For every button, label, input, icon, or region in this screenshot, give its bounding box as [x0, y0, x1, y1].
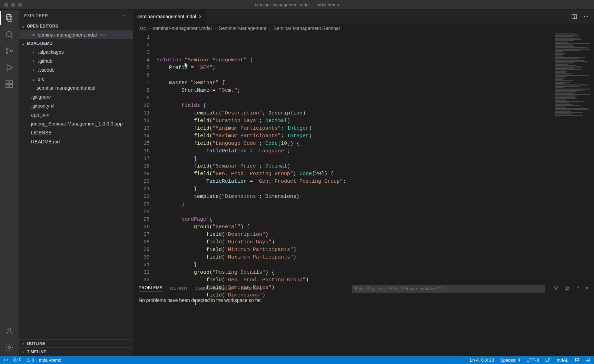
code-line[interactable]	[157, 94, 553, 102]
tree-item-label: .gitpod.yml	[31, 103, 55, 109]
status-encoding[interactable]: UTF-8	[526, 357, 539, 363]
code-line[interactable]: }	[157, 155, 553, 163]
code-line[interactable]: group("General") {	[157, 223, 553, 231]
folder-item[interactable]: ›.alpackages	[19, 48, 133, 57]
code-line[interactable]: }	[157, 185, 553, 193]
code-line[interactable]: field("Maximum Participants")	[157, 254, 553, 261]
file-item[interactable]: app.json	[19, 110, 133, 119]
code-line[interactable]: template("Description"; Description)	[157, 110, 553, 117]
folder-item[interactable]: ›.github	[19, 57, 133, 65]
code-line[interactable]: TableRelation = "Language";	[157, 148, 553, 155]
titlebar: seminar-management.mdal — mdal-demo	[0, 0, 594, 10]
source-control-icon[interactable]	[4, 46, 14, 56]
code-line[interactable]: field("Language Code"; Code[10]) {	[157, 140, 553, 148]
status-errors[interactable]: ⓧ 0	[13, 357, 21, 363]
code-line[interactable]: template("Dimensions"; Dimensions)	[157, 193, 553, 201]
extensions-icon[interactable]	[4, 79, 14, 89]
code-line[interactable]: TableRelation = "Gen. Product Posting Gr…	[157, 178, 553, 185]
code-line[interactable]: field("Gen. Prod. Posting Group")	[157, 276, 553, 284]
breadcrumb-symbol[interactable]: Seminar Management.Seminar	[274, 26, 340, 31]
code-line[interactable]: }	[157, 261, 553, 269]
code-line[interactable]: ShortName = "Sem.";	[157, 87, 553, 94]
remote-icon[interactable]	[3, 357, 8, 362]
timeline-label: TIMELINE	[27, 350, 46, 354]
code-line[interactable]	[157, 208, 553, 216]
timeline-header[interactable]: › TIMELINE	[19, 347, 133, 356]
code-line[interactable]: field("Gen. Prod. Posting Group"; Code[2…	[157, 170, 553, 178]
folder-item[interactable]: ⌄src	[19, 74, 133, 83]
code-line[interactable]: field("Duration Days")	[157, 239, 553, 246]
status-cursor-position[interactable]: Ln 4, Col 23	[470, 357, 494, 363]
svg-rect-8	[6, 81, 9, 84]
maximize-window-icon[interactable]	[18, 3, 22, 7]
breadcrumb-symbol[interactable]: Seminar Management	[219, 26, 266, 31]
status-branch[interactable]: mdal-demo	[39, 357, 61, 363]
code-line[interactable]: solution "Seminar Management" {	[157, 57, 553, 64]
tab-seminar-management[interactable]: seminar-management.mdal ×	[133, 10, 206, 23]
code-line[interactable]: field("Duration Days"; Decimal)	[157, 117, 553, 125]
breadcrumb-file[interactable]: seminar-management.mdal	[153, 26, 211, 31]
run-debug-icon[interactable]	[4, 63, 14, 72]
bell-icon[interactable]	[586, 357, 591, 362]
file-item[interactable]: LICENSE	[19, 128, 133, 137]
chevron-right-icon: ›	[149, 26, 150, 31]
file-item[interactable]: joneug_Seminar Management_1.0.0.0.app	[19, 119, 133, 128]
status-bar: ⓧ 0 ⚠ 0 mdal-demo Ln 4, Col 23 Spaces: 4…	[0, 356, 594, 364]
tree-item-label: src	[38, 76, 44, 82]
code-line[interactable]: field("Seminar Price"; Decimal)	[157, 163, 553, 170]
minimize-window-icon[interactable]	[11, 3, 15, 7]
file-item[interactable]: .gitpod.yml	[19, 101, 133, 110]
code-line[interactable]	[157, 72, 553, 79]
code-line[interactable]: fields {	[157, 102, 553, 110]
code-line[interactable]: field("Minimum Participants")	[157, 246, 553, 254]
code-line[interactable]: }	[157, 299, 553, 307]
editor-more-icon[interactable]: ⋯	[584, 14, 589, 19]
code-line[interactable]: }	[157, 201, 553, 208]
svg-point-13	[8, 346, 11, 349]
close-icon[interactable]: ×	[31, 32, 36, 38]
open-editor-item[interactable]: × seminar-management.mdal src	[19, 30, 133, 39]
breadcrumb[interactable]: src › seminar-management.mdal › Seminar …	[133, 23, 594, 33]
file-item[interactable]: seminar-management.mdal	[19, 83, 133, 92]
tree-item-label: README.md	[31, 139, 60, 144]
collapse-all-icon[interactable]	[565, 286, 570, 291]
svg-rect-9	[10, 81, 13, 84]
code-line[interactable]: field("Dimensions")	[157, 292, 553, 299]
breadcrumb-folder[interactable]: src	[139, 26, 146, 31]
search-icon[interactable]	[4, 30, 14, 39]
close-window-icon[interactable]	[4, 3, 8, 7]
chevron-right-icon: ›	[269, 26, 271, 31]
file-item[interactable]: README.md	[19, 137, 133, 146]
feedback-icon[interactable]	[575, 357, 580, 362]
code-editor[interactable]: solution "Seminar Management" { Prefix =…	[157, 33, 553, 282]
filter-icon[interactable]	[553, 286, 558, 291]
open-editors-header[interactable]: ⌄ OPEN EDITORS	[19, 22, 133, 30]
code-line[interactable]: cardPage {	[157, 216, 553, 223]
code-line[interactable]: field("Minimum Participants"; Integer)	[157, 125, 553, 132]
code-line[interactable]: field("Maximum Participants"; Integer)	[157, 132, 553, 140]
close-icon[interactable]: ×	[586, 286, 588, 291]
minimap[interactable]	[553, 33, 594, 282]
status-eol[interactable]: LF	[545, 357, 551, 363]
outline-header[interactable]: › OUTLINE	[19, 339, 133, 347]
code-line[interactable]: group("Posting Details") {	[157, 269, 553, 276]
explorer-more-icon[interactable]: ⋯	[122, 13, 127, 18]
editor-tabs: seminar-management.mdal × ⋯	[133, 10, 594, 23]
workspace-header[interactable]: ⌄ MDAL-DEMO	[19, 39, 133, 48]
status-language[interactable]: mdAL	[557, 357, 568, 363]
folder-item[interactable]: ›.vscode	[19, 65, 133, 74]
account-icon[interactable]	[4, 326, 14, 336]
close-icon[interactable]: ×	[199, 14, 201, 19]
split-editor-icon[interactable]	[571, 13, 577, 20]
code-line[interactable]: field("Description")	[157, 231, 553, 239]
code-line[interactable]: Prefix = "SEM";	[157, 64, 553, 72]
file-item[interactable]: .gitignore	[19, 92, 133, 101]
code-line[interactable]: field("Seminar Price")	[157, 284, 553, 292]
status-indentation[interactable]: Spaces: 4	[500, 357, 520, 363]
chevron-up-icon[interactable]: ⌃	[576, 286, 580, 291]
explorer-icon[interactable]	[4, 13, 14, 23]
settings-gear-icon[interactable]	[4, 343, 14, 352]
svg-rect-17	[567, 288, 569, 290]
code-line[interactable]: master "Seminar" {	[157, 79, 553, 87]
status-warnings[interactable]: ⚠ 0	[26, 357, 34, 363]
